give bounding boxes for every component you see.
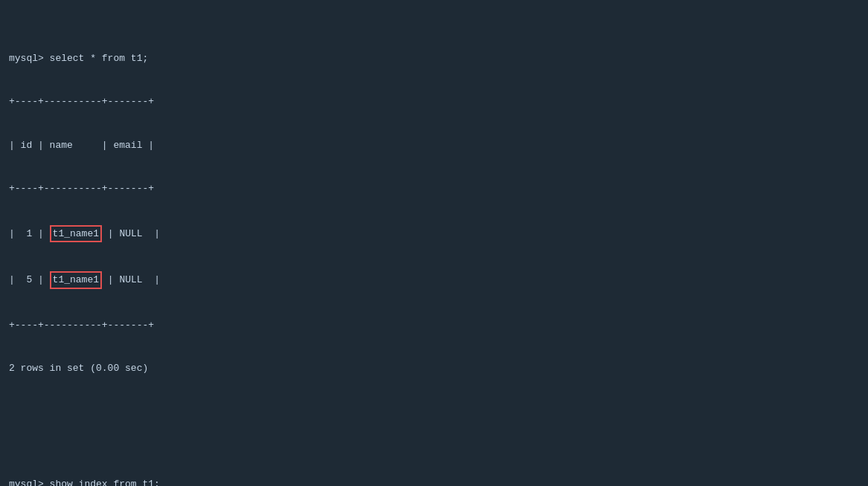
line-10: mysql> show index from t1;	[9, 477, 859, 486]
line-7: +----+----------+-------+	[9, 318, 859, 333]
t1name1-highlight-1: t1_name1	[50, 225, 102, 243]
line-8: 2 rows in set (0.00 sec)	[9, 361, 859, 376]
line-9	[9, 405, 859, 420]
line-6: | 5 | t1_name1 | NULL |	[9, 271, 859, 289]
line-5: | 1 | t1_name1 | NULL |	[9, 225, 859, 243]
line-3: | id | name | email |	[9, 138, 859, 153]
line-4: +----+----------+-------+	[9, 181, 859, 196]
line-1: mysql> select * from t1;	[9, 51, 859, 66]
terminal-output: mysql> select * from t1; +----+---------…	[9, 7, 859, 486]
line-2: +----+----------+-------+	[9, 94, 859, 109]
t1name1-highlight-2: t1_name1	[50, 271, 102, 289]
